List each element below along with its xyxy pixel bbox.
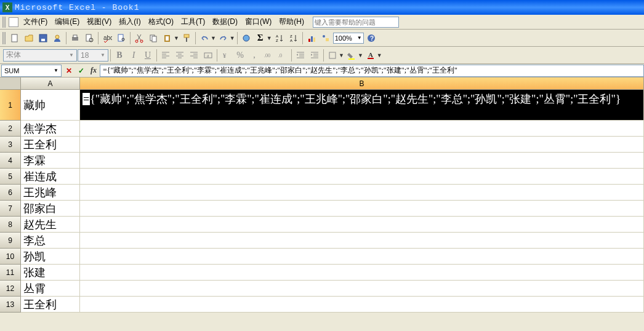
cell[interactable]: 王全利: [21, 297, 80, 313]
menu-tools[interactable]: 工具(T): [177, 15, 209, 28]
undo-icon[interactable]: [198, 31, 211, 45]
research-icon[interactable]: [115, 31, 128, 45]
cell[interactable]: [80, 153, 644, 169]
chart-wizard-icon[interactable]: [305, 31, 318, 45]
help-icon[interactable]: ?: [364, 31, 378, 45]
cell[interactable]: 崔连成: [21, 169, 80, 185]
cell[interactable]: 藏帅: [21, 90, 80, 121]
print-preview-icon[interactable]: [83, 31, 96, 45]
cell[interactable]: 王全利: [21, 137, 80, 153]
confirm-icon[interactable]: ✓: [75, 65, 87, 76]
row-header[interactable]: 13: [0, 297, 21, 313]
increase-indent-icon[interactable]: [308, 49, 321, 62]
font-combo[interactable]: 宋体▼: [3, 49, 77, 62]
comma-icon[interactable]: ,: [248, 49, 261, 62]
chevron-down-icon[interactable]: ▼: [211, 35, 216, 41]
chevron-down-icon[interactable]: ▼: [377, 52, 382, 58]
menu-insert[interactable]: 插入(I): [115, 15, 144, 28]
cell[interactable]: [80, 233, 644, 249]
decrease-decimal-icon[interactable]: .0: [276, 49, 289, 62]
cell[interactable]: 李霖: [21, 153, 80, 169]
row-header[interactable]: 3: [0, 137, 21, 153]
hyperlink-icon[interactable]: [239, 31, 253, 45]
menu-edit[interactable]: 编辑(E): [51, 15, 83, 28]
decrease-indent-icon[interactable]: [294, 49, 307, 62]
borders-icon[interactable]: [326, 49, 339, 62]
menu-window[interactable]: 窗口(W): [241, 15, 275, 28]
chevron-down-icon[interactable]: ▼: [339, 52, 344, 58]
chevron-down-icon[interactable]: ▼: [358, 52, 363, 58]
cell-editing[interactable]: ={"藏帅";"焦学杰";"王全利";"李霖";"崔连成";"王兆峰";"邵家白…: [80, 90, 644, 121]
font-size-combo[interactable]: 18▼: [78, 49, 108, 62]
zoom-combo[interactable]: 100%▼: [333, 33, 364, 44]
row-header[interactable]: 6: [0, 185, 21, 201]
new-icon[interactable]: [8, 31, 22, 45]
chevron-down-icon[interactable]: ▼: [230, 35, 235, 41]
increase-decimal-icon[interactable]: .00: [262, 49, 275, 62]
cell[interactable]: [80, 201, 644, 217]
menu-view[interactable]: 视图(V): [83, 15, 115, 28]
format-painter-icon[interactable]: [180, 31, 193, 45]
column-header[interactable]: B: [80, 78, 644, 90]
cell[interactable]: 孙凯: [21, 249, 80, 265]
cell[interactable]: [80, 281, 644, 297]
cell[interactable]: [80, 297, 644, 313]
row-header[interactable]: 4: [0, 153, 21, 169]
spelling-icon[interactable]: abc: [100, 31, 114, 45]
cell[interactable]: 李总: [21, 233, 80, 249]
cancel-icon[interactable]: ✕: [63, 65, 75, 76]
help-search-input[interactable]: [313, 17, 399, 28]
underline-button[interactable]: U: [141, 49, 155, 62]
row-header[interactable]: 10: [0, 249, 21, 265]
permission-icon[interactable]: [50, 31, 64, 45]
name-box[interactable]: SUM▼: [1, 65, 62, 77]
cell[interactable]: [80, 265, 644, 281]
italic-button[interactable]: I: [127, 49, 140, 62]
select-all-corner[interactable]: [0, 78, 21, 90]
cell[interactable]: [80, 137, 644, 153]
currency-icon[interactable]: ¥: [219, 49, 233, 62]
cell[interactable]: 王兆峰: [21, 185, 80, 201]
row-header[interactable]: 1: [0, 90, 21, 121]
print-icon[interactable]: [68, 31, 82, 45]
menu-help[interactable]: 帮助(H): [275, 15, 308, 28]
copy-icon[interactable]: [147, 31, 160, 45]
drawing-icon[interactable]: [319, 31, 332, 45]
column-header[interactable]: A: [21, 78, 80, 90]
sort-asc-icon[interactable]: AZ: [273, 31, 286, 45]
cell[interactable]: [80, 121, 644, 137]
autosum-icon[interactable]: Σ: [254, 31, 267, 45]
row-header[interactable]: 5: [0, 169, 21, 185]
percent-icon[interactable]: %: [233, 49, 247, 62]
open-icon[interactable]: [22, 31, 36, 45]
font-color-icon[interactable]: A: [364, 49, 377, 62]
cell[interactable]: [80, 217, 644, 233]
row-header[interactable]: 2: [0, 121, 21, 137]
chevron-down-icon[interactable]: ▼: [174, 35, 179, 41]
cut-icon[interactable]: [132, 31, 146, 45]
cell[interactable]: 张建: [21, 265, 80, 281]
row-header[interactable]: 7: [0, 201, 21, 217]
align-center-icon[interactable]: [173, 49, 187, 62]
row-header[interactable]: 9: [0, 233, 21, 249]
align-right-icon[interactable]: [187, 49, 201, 62]
cell[interactable]: 焦学杰: [21, 121, 80, 137]
fill-color-icon[interactable]: [345, 49, 358, 62]
cell[interactable]: [80, 185, 644, 201]
paste-icon[interactable]: [161, 31, 174, 45]
merge-center-icon[interactable]: a: [201, 49, 215, 62]
app-menu-icon[interactable]: [9, 17, 18, 27]
chevron-down-icon[interactable]: ▼: [267, 35, 272, 41]
row-header[interactable]: 12: [0, 281, 21, 297]
cell[interactable]: [80, 169, 644, 185]
menu-format[interactable]: 格式(O): [145, 15, 177, 28]
cell[interactable]: [80, 249, 644, 265]
row-header[interactable]: 11: [0, 265, 21, 281]
align-left-icon[interactable]: [159, 49, 172, 62]
fx-icon[interactable]: fx: [87, 65, 100, 76]
formula-input[interactable]: ={"藏帅";"焦学杰";"王全利";"李霖";"崔连成";"王兆峰";"邵家白…: [100, 65, 644, 77]
sort-desc-icon[interactable]: ZA: [287, 31, 300, 45]
save-icon[interactable]: [36, 31, 50, 45]
row-header[interactable]: 8: [0, 217, 21, 233]
cell[interactable]: 邵家白: [21, 201, 80, 217]
